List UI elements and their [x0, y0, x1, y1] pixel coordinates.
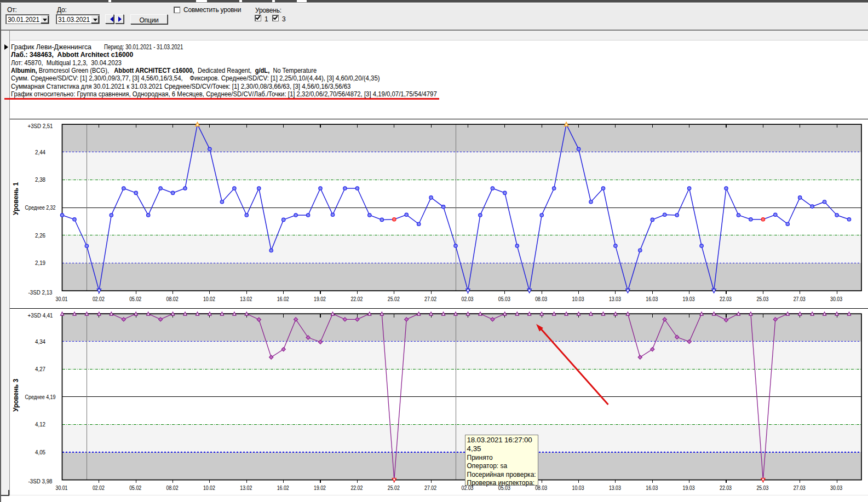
svg-text:4,34: 4,34 [35, 339, 45, 345]
svg-text:02.02: 02.02 [93, 296, 105, 302]
svg-text:08.02: 08.02 [166, 485, 179, 491]
svg-text:08.02: 08.02 [166, 296, 179, 302]
svg-text:08.03: 08.03 [535, 485, 547, 491]
svg-text:08.03: 08.03 [535, 296, 547, 302]
svg-text:30.03: 30.03 [830, 296, 842, 302]
svg-text:30.01: 30.01 [56, 296, 68, 302]
svg-text:-3SD 3,98: -3SD 3,98 [28, 478, 53, 484]
svg-text:25.03: 25.03 [756, 485, 768, 491]
svg-text:27.03: 27.03 [794, 296, 806, 302]
svg-text:05.02: 05.02 [129, 485, 141, 491]
svg-text:10.02: 10.02 [203, 485, 215, 491]
svg-text:16.02: 16.02 [277, 485, 289, 491]
svg-text:02.02: 02.02 [93, 485, 105, 491]
svg-text:13.03: 13.03 [609, 485, 621, 491]
svg-text:10.03: 10.03 [572, 485, 584, 491]
svg-text:Среднее 4,19: Среднее 4,19 [25, 394, 56, 400]
svg-text:-3SD 2,13: -3SD 2,13 [28, 290, 53, 296]
svg-text:19.02: 19.02 [314, 485, 326, 491]
svg-text:16.03: 16.03 [646, 296, 658, 302]
svg-text:2,44: 2,44 [35, 149, 45, 155]
svg-text:4,05: 4,05 [35, 449, 45, 455]
svg-text:27.02: 27.02 [424, 485, 436, 491]
svg-text:22.02: 22.02 [350, 485, 363, 491]
svg-text:25.02: 25.02 [388, 485, 400, 491]
svg-text:05.03: 05.03 [498, 296, 510, 302]
svg-text:02.03: 02.03 [462, 296, 474, 302]
svg-text:05.02: 05.02 [129, 296, 141, 302]
svg-text:2,38: 2,38 [35, 177, 45, 183]
svg-text:10.02: 10.02 [203, 296, 215, 302]
svg-text:25.02: 25.02 [388, 296, 400, 302]
svg-text:19.03: 19.03 [683, 296, 695, 302]
svg-text:4,12: 4,12 [35, 422, 45, 428]
svg-text:25.03: 25.03 [756, 296, 768, 302]
svg-text:19.03: 19.03 [683, 485, 695, 491]
svg-text:+3SD 4,41: +3SD 4,41 [28, 313, 53, 319]
svg-text:+3SD 2,51: +3SD 2,51 [28, 123, 53, 129]
svg-text:4,27: 4,27 [35, 366, 45, 372]
svg-text:Среднее 2,32: Среднее 2,32 [25, 205, 56, 211]
svg-text:16.03: 16.03 [646, 485, 658, 491]
svg-text:22.03: 22.03 [720, 296, 732, 302]
svg-text:10.03: 10.03 [572, 296, 584, 302]
svg-text:2,26: 2,26 [35, 233, 45, 239]
svg-text:13.03: 13.03 [609, 296, 621, 302]
svg-text:13.02: 13.02 [240, 485, 252, 491]
svg-text:27.02: 27.02 [424, 296, 436, 302]
svg-text:13.02: 13.02 [240, 296, 252, 302]
svg-text:22.02: 22.02 [350, 296, 363, 302]
svg-text:2,19: 2,19 [35, 260, 45, 266]
svg-text:22.03: 22.03 [720, 485, 732, 491]
svg-text:27.03: 27.03 [794, 485, 806, 491]
svg-text:30.01: 30.01 [56, 485, 68, 491]
svg-text:19.02: 19.02 [314, 296, 326, 302]
svg-text:30.03: 30.03 [830, 485, 842, 491]
svg-text:16.02: 16.02 [277, 296, 289, 302]
